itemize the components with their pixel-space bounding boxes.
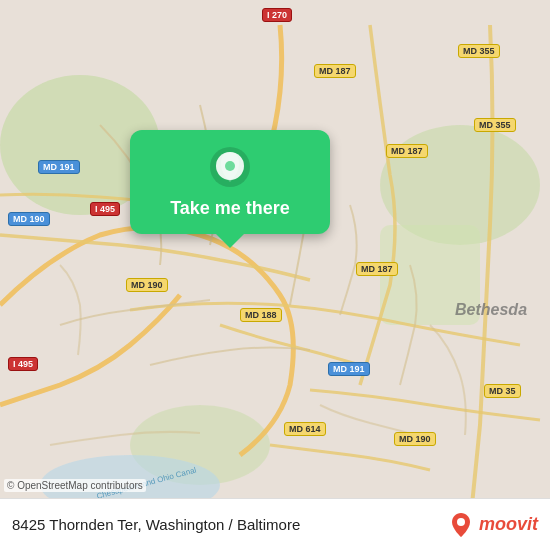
map-attribution: © OpenStreetMap contributors	[4, 479, 146, 492]
road-badge-md190-1: MD 190	[8, 212, 50, 226]
road-badge-i495-1: I 495	[90, 202, 120, 216]
svg-text:Bethesda: Bethesda	[455, 301, 527, 318]
svg-point-10	[457, 518, 465, 526]
map-container: Chesapeake and Ohio Canal	[0, 0, 550, 550]
road-badge-md355-2: MD 355	[474, 118, 516, 132]
road-badge-md191-2: MD 191	[328, 362, 370, 376]
road-badge-i495-2: I 495	[8, 357, 38, 371]
popup-card[interactable]: Take me there	[130, 130, 330, 234]
road-badge-md35: MD 35	[484, 384, 521, 398]
road-badge-md190-3: MD 190	[394, 432, 436, 446]
road-badge-md614: MD 614	[284, 422, 326, 436]
road-badge-md355-1: MD 355	[458, 44, 500, 58]
moovit-icon	[447, 511, 475, 539]
address-text: 8425 Thornden Ter, Washington / Baltimor…	[12, 516, 300, 533]
road-badge-md190-2: MD 190	[126, 278, 168, 292]
road-badge-md191-1: MD 191	[38, 160, 80, 174]
location-pin-icon	[209, 146, 251, 188]
moovit-logo: moovit	[447, 511, 538, 539]
road-badge-md187-2: MD 187	[386, 144, 428, 158]
road-badge-md187-3: MD 187	[356, 262, 398, 276]
road-badge-md187-1: MD 187	[314, 64, 356, 78]
road-badge-md188: MD 188	[240, 308, 282, 322]
moovit-text: moovit	[479, 514, 538, 535]
bottom-bar: 8425 Thornden Ter, Washington / Baltimor…	[0, 498, 550, 550]
map-roads: Chesapeake and Ohio Canal	[0, 0, 550, 550]
popup-label: Take me there	[170, 198, 290, 220]
road-badge-i270: I 270	[262, 8, 292, 22]
